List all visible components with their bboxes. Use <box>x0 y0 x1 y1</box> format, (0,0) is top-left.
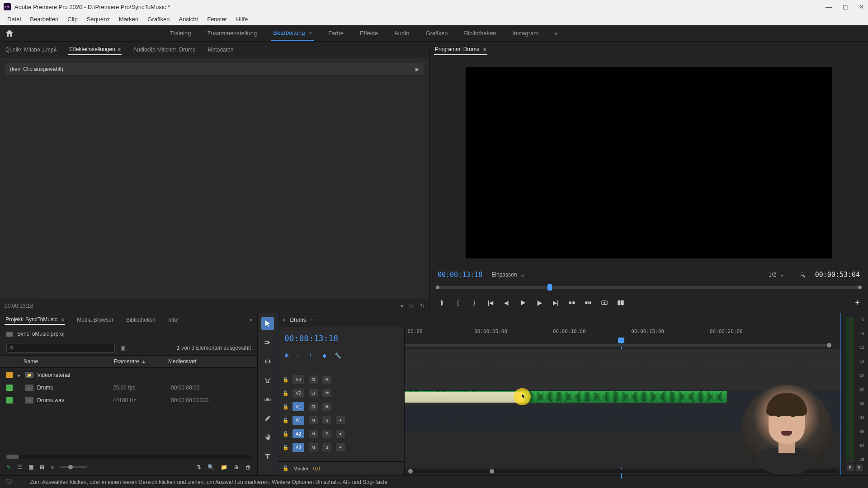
maximize-button[interactable]: ◻ <box>843 3 848 10</box>
filmstrip-toggle-icon[interactable]: ▣ <box>120 345 125 351</box>
solo-button[interactable]: S <box>322 443 331 451</box>
mark-out-button[interactable]: } <box>470 299 478 307</box>
workspace-overflow-button[interactable]: » <box>554 30 557 37</box>
list-view-icon[interactable]: ☰ <box>17 464 22 470</box>
label-color-chip[interactable] <box>6 372 13 378</box>
razor-tool[interactable] <box>261 374 274 387</box>
program-video-output[interactable] <box>466 67 832 258</box>
loop-icon[interactable]: ↻ <box>420 303 425 309</box>
workspace-effekte[interactable]: Effekte <box>358 26 380 40</box>
solo-right-button[interactable]: S <box>856 465 863 471</box>
column-name[interactable]: Name <box>24 358 114 365</box>
program-tab[interactable]: Programm: Drums ≡ <box>434 44 487 55</box>
tab-libraries[interactable]: Bibliotheken <box>125 315 156 324</box>
workspace-menu-icon[interactable]: ≡ <box>307 30 311 36</box>
project-tabs-overflow[interactable]: » <box>250 317 253 323</box>
scrubber-in-handle[interactable] <box>436 286 439 289</box>
solo-left-button[interactable]: S <box>847 465 854 471</box>
solo-button[interactable]: S <box>322 430 331 438</box>
playhead-handle[interactable] <box>618 338 624 343</box>
menu-grafiken[interactable]: Grafiken <box>143 15 174 23</box>
audio-clip-drums[interactable] <box>405 391 727 403</box>
menu-bearbeiten[interactable]: Bearbeiten <box>25 15 63 23</box>
step-forward-button[interactable]: |▶ <box>535 299 543 307</box>
add-marker-button[interactable] <box>438 299 446 307</box>
thumbnail-size-slider[interactable] <box>60 466 87 468</box>
trash-icon[interactable]: 🗑 <box>245 464 251 470</box>
voice-record-button[interactable]: ● <box>336 443 345 451</box>
toggle-output-button[interactable]: 👁 <box>322 375 331 384</box>
close-button[interactable]: ✕ <box>859 3 864 10</box>
workspace-audio[interactable]: Audio <box>392 26 411 40</box>
tab-menu-icon[interactable]: ≡ <box>482 47 486 52</box>
expand-caret-icon[interactable]: ▸ <box>16 373 22 378</box>
menu-marken[interactable]: Marken <box>114 15 143 23</box>
icon-view-icon[interactable]: ▦ <box>28 464 33 470</box>
snap-icon[interactable]: ✱ <box>284 352 289 359</box>
expand-arrow-icon[interactable]: ▶ <box>415 66 419 72</box>
track-v3[interactable] <box>405 349 840 363</box>
voice-record-button[interactable]: ● <box>336 416 345 424</box>
play-button[interactable] <box>519 299 527 307</box>
timeline-timecode[interactable]: 00:00:13:18 <box>284 333 338 343</box>
voice-record-button[interactable]: ● <box>336 430 345 438</box>
export-frame-button[interactable] <box>600 299 609 307</box>
workspace-instagram[interactable]: Instagram <box>510 26 540 40</box>
project-row-videomaterial[interactable]: ▸ 📁 Videomaterial <box>6 369 251 381</box>
extract-button[interactable] <box>584 299 592 307</box>
menu-fenster[interactable]: Fenster <box>203 15 231 23</box>
mute-button[interactable]: M <box>309 416 318 424</box>
scrubber-playhead[interactable] <box>547 284 552 291</box>
linked-selection-icon[interactable]: ∩ <box>297 352 301 359</box>
label-color-chip[interactable] <box>6 385 13 391</box>
comparison-view-button[interactable] <box>617 299 625 307</box>
track-lock-icon[interactable]: 🔓 <box>283 418 288 423</box>
master-lock-icon[interactable]: 🔓 <box>283 465 289 471</box>
mark-in-button[interactable]: { <box>454 299 462 307</box>
track-lock-icon[interactable]: 🔓 <box>283 377 288 383</box>
project-horizontal-scrollbar[interactable] <box>6 455 251 459</box>
zoom-circle-icon[interactable]: ○ <box>51 464 54 470</box>
lift-button[interactable] <box>568 299 576 307</box>
ripple-edit-tool[interactable] <box>261 355 274 368</box>
menu-datei[interactable]: Datei <box>3 15 25 23</box>
play-only-icon[interactable]: ▷ <box>410 303 414 309</box>
timeline-marker-icon[interactable]: ◆ <box>322 352 326 359</box>
edit-pencil-icon[interactable]: ✎ <box>6 464 11 470</box>
sort-icon[interactable]: ⇅ <box>197 464 201 470</box>
workspace-bearbeitung[interactable]: Bearbeitung ≡ <box>271 26 314 41</box>
project-row-drums[interactable]: ≡ Drums 25,00 fps 00:00:00:00 <box>6 381 251 394</box>
toggle-output-button[interactable]: 👁 <box>322 403 331 411</box>
pen-tool[interactable] <box>261 412 274 425</box>
track-target-v1[interactable]: V1 <box>292 402 304 411</box>
label-color-chip[interactable] <box>6 397 13 404</box>
project-row-drums-wav[interactable]: ～ Drums.wav 44100 Hz 00:00:00:00000 <box>6 394 251 407</box>
master-value[interactable]: 0,0 <box>313 466 320 471</box>
workspace-bibliotheken[interactable]: Bibliotheken <box>462 26 498 40</box>
workspace-training[interactable]: Training <box>168 26 193 40</box>
workspace-grafiken[interactable]: Grafiken <box>424 26 449 40</box>
slip-tool[interactable] <box>261 393 274 406</box>
track-target-a2[interactable]: A2 <box>292 429 304 438</box>
sync-lock-button[interactable]: ⊡ <box>309 389 318 397</box>
fit-dropdown[interactable]: Einpassen⌄ <box>491 272 525 278</box>
toggle-output-button[interactable]: 👁 <box>322 389 331 397</box>
tab-audio-mixer[interactable]: Audioclip-Mischer: Drums <box>132 45 196 55</box>
timeline-tab[interactable]: Drums ≡ <box>290 317 313 323</box>
mute-button[interactable]: M <box>309 443 318 451</box>
settings-wrench-icon[interactable] <box>799 271 806 278</box>
track-target-v3[interactable]: V3 <box>292 375 304 384</box>
freeform-view-icon[interactable]: ⊞ <box>40 464 44 470</box>
new-item-icon[interactable]: 🗎 <box>234 464 239 470</box>
track-select-tool[interactable] <box>261 336 274 349</box>
hand-tool[interactable] <box>261 431 274 444</box>
button-editor-add[interactable]: + <box>855 298 860 308</box>
zoom-dropdown[interactable]: 1/2⌄ <box>769 272 784 278</box>
new-bin-icon[interactable]: 📁 <box>221 464 227 470</box>
menu-ansicht[interactable]: Ansicht <box>174 15 203 23</box>
tab-menu-icon[interactable]: ≡ <box>118 47 121 52</box>
track-lock-icon[interactable]: 🔓 <box>283 404 288 410</box>
column-medienstart[interactable]: Medienstart <box>168 358 251 365</box>
tab-source[interactable]: Quelle: Milano 1.mp4 <box>5 45 57 55</box>
find-icon[interactable]: 🔍 <box>208 464 214 470</box>
